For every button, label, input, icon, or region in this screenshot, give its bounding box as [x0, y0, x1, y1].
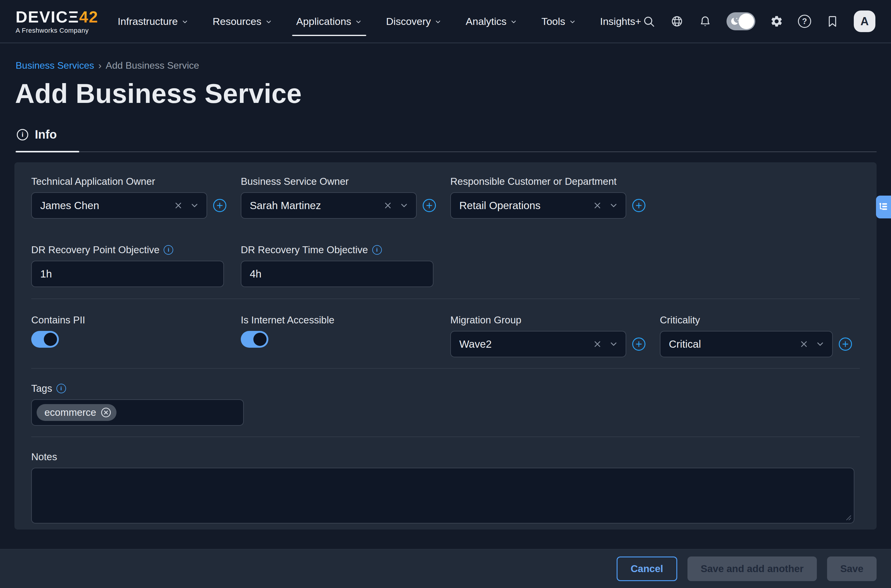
internet-accessible-label: Is Internet Accessible	[241, 315, 450, 326]
chevron-down-icon	[569, 18, 576, 26]
plus-icon	[635, 201, 643, 210]
tab-underline	[16, 150, 877, 152]
search-icon[interactable]	[642, 14, 656, 28]
nav-applications[interactable]: Applications	[296, 0, 362, 43]
info-icon[interactable]: i	[164, 245, 173, 255]
tab-info[interactable]: i Info	[16, 128, 57, 141]
notes-label: Notes	[31, 452, 860, 462]
migration-group-label: Migration Group	[450, 315, 660, 326]
clear-x-icon[interactable]	[593, 201, 602, 210]
main-menu: Infrastructure Resources Applications Di…	[118, 0, 641, 43]
tab-info-label: Info	[35, 128, 57, 141]
chevron-down-icon[interactable]	[815, 339, 825, 349]
nav-analytics[interactable]: Analytics	[466, 0, 517, 43]
add-criticality-button[interactable]	[839, 338, 852, 351]
migration-group-value: Wave2	[459, 338, 593, 350]
help-glyph: ?	[802, 17, 807, 26]
plus-icon	[635, 340, 643, 348]
top-navigation-bar: DEVICΞ42 A Freshworks Company Infrastruc…	[0, 0, 891, 43]
breadcrumb-link-business-services[interactable]: Business Services	[16, 60, 94, 71]
migration-group-select[interactable]: Wave2	[450, 331, 626, 357]
tags-label: Tags i	[31, 383, 860, 394]
add-business-owner-button[interactable]	[423, 199, 436, 212]
notifications-bell-icon[interactable]	[698, 14, 712, 28]
device42-logo[interactable]: DEVICΞ42 A Freshworks Company	[16, 9, 98, 34]
form-row-dr: DR Recovery Point Objective i DR Recover…	[31, 244, 860, 287]
nav-label: Tools	[541, 16, 565, 27]
chevron-down-icon[interactable]	[609, 339, 618, 349]
nav-resources[interactable]: Resources	[213, 0, 272, 43]
form-row-notes: Notes	[31, 452, 860, 524]
clear-x-icon[interactable]	[799, 339, 809, 349]
responsible-customer-select[interactable]: Retail Operations	[450, 192, 626, 219]
notes-textarea[interactable]	[31, 468, 854, 524]
responsible-customer-value: Retail Operations	[459, 200, 593, 212]
section-divider	[31, 436, 860, 437]
nav-infrastructure[interactable]: Infrastructure	[118, 0, 189, 43]
field-technical-owner: Technical Application Owner James Chen	[31, 176, 241, 219]
save-and-add-another-button[interactable]: Save and add another	[687, 556, 817, 581]
chevron-down-icon	[510, 18, 517, 26]
business-owner-label: Business Service Owner	[241, 176, 450, 187]
business-owner-select[interactable]: Sarah Martinez	[241, 192, 417, 219]
chevron-down-icon	[355, 18, 362, 26]
field-business-owner: Business Service Owner Sarah Martinez	[241, 176, 450, 219]
tag-chip-text: ecommerce	[44, 407, 96, 418]
rpo-input[interactable]	[31, 261, 224, 287]
breadcrumb: Business Services › Add Business Service	[16, 60, 891, 71]
info-circle-icon: i	[17, 129, 28, 140]
form-row-flags: Contains PII Is Internet Accessible Migr…	[31, 315, 860, 357]
chevron-down-icon	[181, 18, 189, 26]
chevron-down-icon[interactable]	[190, 201, 199, 210]
bookmark-icon[interactable]	[826, 14, 839, 28]
tags-input[interactable]: ecommerce	[31, 399, 244, 426]
help-icon[interactable]: ?	[798, 15, 811, 28]
clear-x-icon[interactable]	[383, 201, 393, 210]
internet-accessible-toggle[interactable]	[241, 331, 268, 348]
user-avatar[interactable]: A	[854, 10, 875, 32]
save-button[interactable]: Save	[827, 556, 877, 581]
criticality-value: Critical	[669, 338, 799, 350]
hierarchy-panel-tab[interactable]	[876, 196, 891, 218]
add-responsible-customer-button[interactable]	[632, 199, 645, 212]
breadcrumb-separator: ›	[98, 60, 101, 71]
info-form-panel: Technical Application Owner James Chen B…	[14, 162, 877, 530]
nav-insights[interactable]: Insights+	[600, 0, 641, 43]
chevron-down-icon[interactable]	[609, 201, 618, 210]
field-migration-group: Migration Group Wave2	[450, 315, 660, 357]
cancel-button[interactable]: Cancel	[617, 556, 677, 581]
technical-owner-select[interactable]: James Chen	[31, 192, 207, 219]
nav-tools[interactable]: Tools	[541, 0, 576, 43]
settings-gear-icon[interactable]	[770, 14, 784, 28]
tree-list-icon	[878, 202, 889, 212]
add-migration-group-button[interactable]	[632, 338, 645, 351]
clear-x-icon[interactable]	[174, 201, 183, 210]
criticality-select[interactable]: Critical	[660, 331, 833, 357]
clear-x-icon[interactable]	[593, 339, 602, 349]
info-icon[interactable]: i	[56, 384, 66, 393]
field-contains-pii: Contains PII	[31, 315, 241, 348]
globe-icon[interactable]	[670, 14, 684, 28]
tag-chip: ecommerce	[37, 404, 116, 421]
nav-label: Applications	[296, 16, 351, 27]
header-actions: ? A	[642, 10, 875, 32]
field-criticality: Criticality Critical	[660, 315, 860, 357]
rto-label: DR Recovery Time Objective i	[241, 244, 450, 255]
nav-label: Analytics	[466, 16, 506, 27]
chevron-down-icon[interactable]	[399, 201, 409, 210]
chevron-down-icon	[265, 18, 272, 26]
field-rpo: DR Recovery Point Objective i	[31, 244, 241, 287]
info-icon[interactable]: i	[372, 245, 382, 255]
remove-tag-icon[interactable]	[100, 407, 112, 418]
theme-toggle[interactable]	[726, 12, 755, 30]
plus-icon	[425, 201, 433, 210]
nav-label: Discovery	[386, 16, 431, 27]
chevron-down-icon	[434, 18, 442, 26]
logo-subtitle: A Freshworks Company	[16, 27, 98, 34]
field-responsible-customer: Responsible Customer or Department Retai…	[450, 176, 660, 219]
contains-pii-toggle[interactable]	[31, 331, 59, 348]
rto-input[interactable]	[241, 261, 433, 287]
add-technical-owner-button[interactable]	[213, 199, 226, 212]
action-footer: Cancel Save and add another Save	[0, 549, 891, 588]
nav-discovery[interactable]: Discovery	[386, 0, 442, 43]
